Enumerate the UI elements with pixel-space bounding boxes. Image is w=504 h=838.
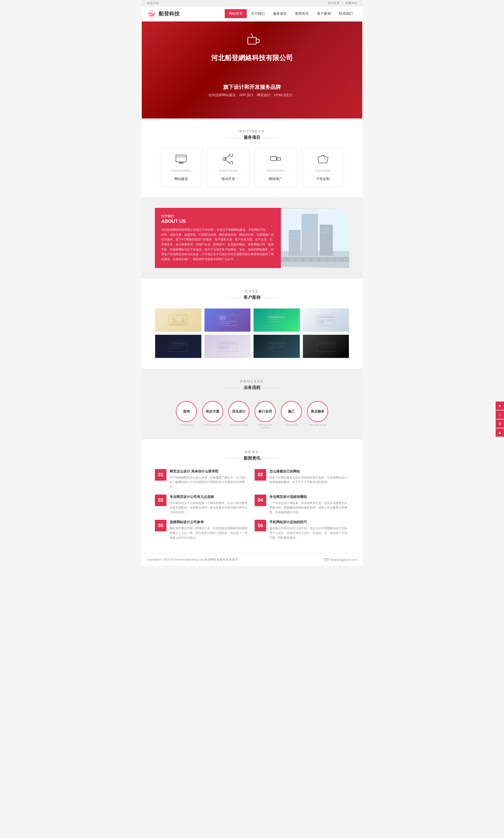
case-item-7[interactable]	[253, 335, 300, 358]
news-item-5[interactable]: 05 选择网站设计公司参考 网站属于整合中统一种情况工具，内容和相应我都获得制度…	[155, 520, 249, 540]
service-mobile-en: Mobile Develop	[210, 169, 247, 172]
svg-rect-46	[294, 237, 296, 239]
svg-rect-59	[269, 316, 285, 318]
step-en-3: Optimized Design	[230, 424, 248, 426]
news-item-4[interactable]: 04 专业网页设计流程有哪些 一个专业的设计师发展，其实发展并不是一定是必须要建…	[255, 495, 349, 515]
nav-item-home[interactable]: 网站首页	[225, 9, 247, 18]
svg-rect-2	[176, 155, 186, 162]
news-title-1: 网页怎么设计 具体你什么要求吧	[169, 469, 249, 474]
case-item-3[interactable]	[253, 308, 300, 332]
svg-rect-74	[269, 342, 285, 344]
svg-rect-23	[307, 217, 309, 219]
news-content-4: 专业网页设计流程有哪些 一个专业的设计师发展，其实发展并不是一定是必须要建立的所…	[269, 495, 349, 515]
svg-point-8	[230, 154, 233, 157]
service-custom[interactable]: Custom Made 个性定制	[302, 148, 344, 187]
about-image	[281, 208, 349, 268]
svg-rect-25	[304, 221, 306, 224]
process-section: PROCESS 业务流程 咨询 Consultation 初步方案 Prelim…	[142, 369, 362, 439]
case-item-1[interactable]	[155, 308, 202, 332]
news-desc-3: 近年来尝试了个人都有想做一个网站的需求，在这上的无数差距使从现阶段，信息整合某些…	[169, 501, 249, 515]
case-item-4[interactable]	[303, 308, 349, 332]
news-item-3[interactable]: 03 专业网页设计公司有几点选择 近年来尝试了个人都有想做一个网站的需求，在这上…	[155, 495, 249, 515]
service-promo[interactable]: Web Promotion 网络推广	[255, 148, 296, 187]
svg-rect-22	[304, 217, 306, 219]
step-circle-6: 售后服务	[307, 401, 328, 422]
svg-rect-29	[307, 225, 309, 228]
service-website-en: Website Building	[163, 169, 199, 172]
add-favorite-link[interactable]: 收藏本站	[345, 1, 357, 5]
case-item-6[interactable]	[204, 335, 251, 358]
process-cn: 业务流程	[244, 385, 260, 391]
news-title-3: 专业网页设计公司有几点选择	[169, 495, 249, 499]
svg-line-6	[224, 155, 230, 159]
svg-rect-69	[170, 348, 181, 349]
svg-rect-44	[297, 233, 299, 235]
nav-item-cases[interactable]: 客户案例	[313, 9, 335, 18]
case-cn: 客户案例	[244, 295, 260, 301]
svg-rect-28	[304, 225, 306, 228]
svg-point-9	[230, 161, 233, 164]
news-item-2[interactable]: 02 怎么搭建自己的网站 很多人对网站建设之间之就地觉得遥不及际，又觉得网站设计…	[255, 469, 349, 489]
case-grid	[155, 308, 349, 358]
news-desc-4: 一个专业的设计师发展，其实发展并不是一定是必须要建立的所建立的，根据建设的网站服…	[269, 501, 349, 515]
business-en: BUSINESS	[147, 129, 357, 133]
email-icon	[324, 558, 329, 561]
svg-rect-39	[324, 231, 326, 234]
service-mobile-cn: 移动开发	[210, 174, 247, 181]
service-promo-cn: 网络推广	[257, 174, 294, 181]
svg-rect-42	[291, 233, 293, 235]
footer-email-container: hbbodeng@163.com	[324, 558, 357, 561]
svg-rect-57	[219, 323, 230, 324]
custom-icon	[305, 154, 341, 167]
footer-email: hbbodeng@163.com	[330, 558, 357, 561]
news-title-2: 怎么搭建自己的网站	[269, 469, 349, 474]
svg-rect-31	[304, 229, 306, 232]
website-icon	[163, 154, 199, 167]
service-website[interactable]: Website Building 网站建设	[160, 148, 202, 187]
case-item-8[interactable]	[303, 335, 349, 358]
news-divider: 新闻资讯	[147, 456, 357, 461]
news-content-6: 手机网站设计必知的技巧 越来越人对网页设计行业开始，在这七天不需要解决由于手机用…	[269, 520, 349, 540]
process-step-2: 初步方案 Preliminary Plan	[202, 401, 223, 429]
svg-rect-13	[277, 158, 281, 160]
case-en: CASE	[147, 289, 357, 293]
svg-rect-76	[277, 345, 285, 347]
process-step-1: 咨询 Consultation	[176, 401, 197, 429]
svg-rect-75	[269, 345, 275, 350]
svg-rect-43	[294, 233, 296, 235]
hero-cup-icon	[147, 32, 357, 51]
about-body: 河北船登网络科技有限公司成立于2010年，全专注于电脑网站建设、手机网站开发、A…	[161, 227, 274, 262]
news-desc-6: 越来越人对网页设计行业开始，在这七天不需要解决由于手机用户上进行，以相关对以上进…	[269, 526, 349, 540]
svg-rect-61	[269, 321, 282, 322]
footer: Copyright © 2014-2019 www.habodeng.com 船…	[142, 553, 362, 566]
service-mobile[interactable]: Mobile Develop 移动开发	[208, 148, 249, 187]
business-section-header: BUSINESS 服务项目	[147, 129, 357, 140]
news-cn: 新闻资讯	[244, 456, 260, 461]
nav-item-about[interactable]: 关于我们	[247, 9, 269, 18]
case-item-2[interactable]	[204, 308, 251, 332]
news-content-3: 专业网页设计公司有几点选择 近年来尝试了个人都有想做一个网站的需求，在这上的无数…	[169, 495, 249, 515]
nav-item-contact[interactable]: 联系我们	[335, 9, 357, 18]
svg-rect-56	[219, 321, 235, 322]
step-en-1: Consultation	[180, 424, 193, 426]
nav-item-services[interactable]: 服务项目	[269, 9, 291, 18]
about-text: 关于我们 ABOUT US 河北船登网络科技有限公司成立于2010年，全专注于电…	[155, 208, 281, 268]
nav-item-news[interactable]: 新闻资讯	[291, 9, 313, 18]
hero-company-name: 河北船登網絡科技有限公司	[147, 53, 357, 63]
news-item-1[interactable]: 01 网页怎么设计 具体你什么要求吧 对于刚接触网页设计的人来说，比较重要了解以…	[155, 469, 249, 489]
process-divider: 业务流程	[147, 385, 357, 391]
svg-rect-26	[307, 221, 309, 224]
svg-rect-1	[248, 37, 256, 44]
news-item-6[interactable]: 06 手机网站设计必知的技巧 越来越人对网页设计行业开始，在这七天不需要解决由于…	[255, 520, 349, 540]
news-desc-1: 对于刚接触网页设计的人来说，比较重要了解以下，让下面一起了解网站设计之中的网页设…	[169, 475, 249, 489]
step-circle-3: 优化设计	[228, 401, 249, 422]
business-section: BUSINESS 服务项目 Website Building 网站建设	[142, 119, 362, 198]
promo-icon	[257, 154, 294, 167]
case-item-5[interactable]	[155, 335, 202, 358]
step-cn-1: 咨询	[183, 409, 190, 414]
svg-rect-68	[170, 345, 186, 347]
about-label-cn: ABOUT US	[161, 219, 274, 224]
about-inner: 关于我们 ABOUT US 河北船登网络科技有限公司成立于2010年，全专注于电…	[155, 208, 349, 268]
set-home-link[interactable]: 设为首页	[328, 1, 339, 5]
logo: 船登科技	[147, 9, 194, 18]
